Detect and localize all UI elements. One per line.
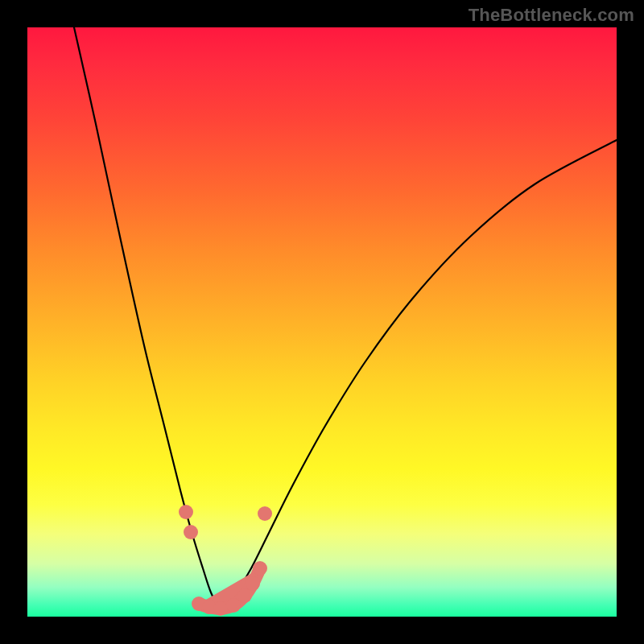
- marker-dot: [253, 561, 267, 576]
- marker-cluster: [179, 505, 272, 616]
- marker-dot: [213, 601, 228, 616]
- marker-dot: [246, 576, 260, 591]
- marker-dot: [237, 588, 252, 603]
- attribution-label: TheBottleneck.com: [469, 5, 634, 26]
- marker-dot: [258, 506, 272, 521]
- marker-dot: [226, 598, 241, 613]
- plot-area: [27, 27, 617, 617]
- chart-container: TheBottleneck.com: [0, 0, 644, 644]
- curve-layer: [27, 27, 617, 617]
- bottleneck-curve: [74, 27, 617, 607]
- marker-dot: [184, 525, 198, 539]
- marker-dot: [179, 505, 193, 519]
